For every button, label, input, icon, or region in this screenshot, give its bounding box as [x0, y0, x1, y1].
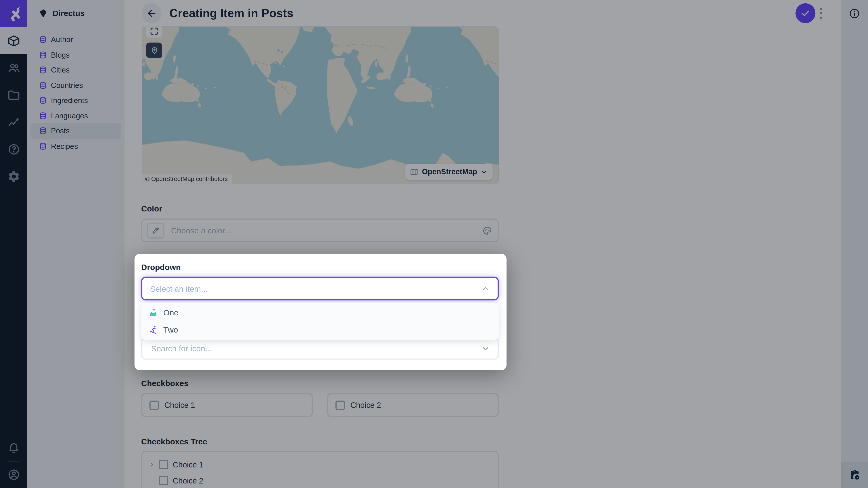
- hot-tub-icon: [148, 308, 158, 318]
- chevron-down-icon: [481, 344, 490, 353]
- modal-overlay[interactable]: [0, 0, 868, 488]
- dropdown-select[interactable]: Select an item...: [141, 276, 499, 300]
- icon-search-input[interactable]: [150, 344, 475, 354]
- dropdown-option-one[interactable]: One: [141, 304, 499, 321]
- icon-search-field: [141, 337, 499, 360]
- dropdown-field-card: Dropdown Select an item...: [134, 254, 506, 370]
- dropdown-option-label: Two: [163, 325, 178, 334]
- dropdown-placeholder: Select an item...: [150, 284, 475, 293]
- dropdown-option-two[interactable]: Two: [141, 321, 499, 338]
- chevron-up-icon: [481, 284, 490, 293]
- dropdown-option-label: One: [163, 308, 178, 317]
- directus-app: Directus Author Blogs Cities Countries I…: [0, 0, 868, 488]
- dropdown-options-menu: One Two: [141, 303, 499, 340]
- dropdown-field-label: Dropdown: [141, 263, 181, 271]
- downhill-skiing-icon: [148, 325, 158, 335]
